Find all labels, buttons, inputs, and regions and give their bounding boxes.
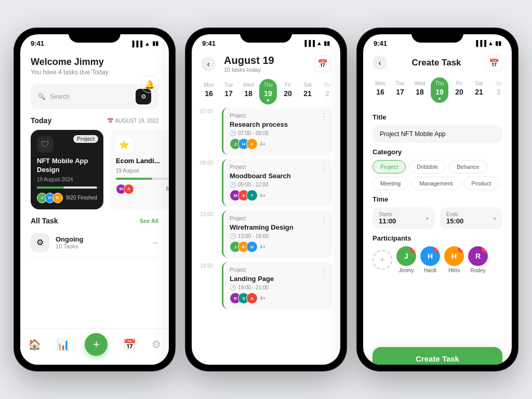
task-card-nft[interactable]: Project 🛡 NFT Mobile App Design 19 Augus… <box>31 130 103 209</box>
see-all-button[interactable]: See All <box>140 218 158 224</box>
day-mon[interactable]: Mon 16 <box>200 79 218 104</box>
day-sat[interactable]: Sat 21 <box>299 79 316 104</box>
title-input[interactable] <box>373 125 502 143</box>
create-task-body: Title Category Project Dribbble Behance … <box>363 106 512 343</box>
time-row-1: 07:00 ⋮ Project Research process 🕐 07:00… <box>200 108 332 155</box>
back-button[interactable]: ‹ <box>201 57 216 71</box>
nav-settings[interactable]: ⚙ <box>152 338 161 351</box>
subtitle-text: You have 4 tasks due Today <box>31 69 158 76</box>
ends-chevron-icon: ▾ <box>494 216 496 221</box>
time-label-3: 13:00 <box>200 210 217 217</box>
search-bar[interactable]: 🔍 Search ⚙ <box>31 84 158 109</box>
add-participant-button[interactable]: + <box>373 250 392 270</box>
time-row-3: 13:00 ⋮ Project Wireframing Design 🕐 13:… <box>200 210 332 258</box>
timeline: 07:00 ⋮ Project Research process 🕐 07:00… <box>192 108 340 334</box>
starts-time-block[interactable]: Starts 11:00 ▾ <box>373 207 435 229</box>
task-cards-scroll: Project 🛡 NFT Mobile App Design 19 Augus… <box>20 128 169 215</box>
participant-hardi[interactable]: H × Hardi <box>420 246 440 273</box>
ct-day-tue[interactable]: Tue 17 <box>391 77 409 103</box>
task-list-ongoing[interactable]: ⚙ Ongoing 10 Tasks → <box>31 228 158 258</box>
event-card-research[interactable]: ⋮ Project Research process 🕐 07:00 - 09:… <box>222 108 332 155</box>
more-button-4[interactable]: ⋮ <box>320 266 328 276</box>
create-task-button[interactable]: Create Task <box>373 347 502 365</box>
ends-label: Ends <box>446 211 463 217</box>
day-thu[interactable]: Thu 19 <box>259 79 277 104</box>
clock-icon-3: 🕐 <box>230 233 236 239</box>
participant-rodey[interactable]: R × Rodey <box>468 246 488 273</box>
participant-name-jimmy: Jimmy <box>399 268 414 273</box>
nav-calendar[interactable]: 📅 <box>123 338 136 351</box>
tag-project[interactable]: Project <box>373 160 406 174</box>
time-row-2: 09:00 ⋮ Project Moodboard Search 🕐 09:00… <box>200 159 332 206</box>
participant-jimmy[interactable]: J × Jimmy <box>396 246 416 273</box>
remove-jimmy-icon[interactable]: × <box>410 246 416 252</box>
ends-val: 15:00 <box>446 217 463 225</box>
tag-dribbble[interactable]: Dribbble <box>409 160 446 174</box>
time-label: Time <box>373 195 502 203</box>
phone-notch-2 <box>240 28 292 43</box>
tag-product[interactable]: Product <box>463 177 499 190</box>
ct-cal-icon[interactable]: 📅 <box>486 55 502 71</box>
participant-hilmi[interactable]: H × Hilmi <box>444 246 464 273</box>
task-date: 19 August 2024 <box>37 177 97 182</box>
ct-day-sat[interactable]: Sat 21 <box>470 77 488 103</box>
more-button-1[interactable]: ⋮ <box>320 112 328 122</box>
nav-home[interactable]: 🏠 <box>28 338 41 351</box>
search-placeholder: Search <box>50 93 70 100</box>
title-label: Title <box>373 113 502 121</box>
more-button-3[interactable]: ⋮ <box>320 215 328 224</box>
task-card-ecom[interactable]: ⭐ Ecom Landi... 19 August M A 6/10 <box>110 130 169 209</box>
time-selectors: Starts 11:00 ▾ Ends 15:00 ▾ <box>373 207 502 229</box>
event-card-wireframe[interactable]: ⋮ Project Wireframing Design 🕐 13:00 - 1… <box>222 210 332 258</box>
starts-label: Starts <box>379 211 396 217</box>
status-time-2: 9:41 <box>202 39 216 47</box>
ct-day-thu[interactable]: Thu 19 <box>431 77 448 103</box>
event-card-landing[interactable]: ⋮ Project Landing Page 🕐 19:00 - 21:00 R… <box>222 262 332 309</box>
day-tue[interactable]: Tue 17 <box>220 79 237 104</box>
bell-button[interactable]: 🔔 <box>141 75 158 93</box>
task-list-icon: ⚙ <box>31 233 49 252</box>
finished-text-2: 6/10 <box>166 186 169 192</box>
cal-icon-button[interactable]: 📅 <box>314 56 331 72</box>
tag-behance[interactable]: Behance <box>449 160 487 174</box>
welcome-text: Welcome Jimmy <box>31 57 158 68</box>
remove-hardi-icon[interactable]: × <box>434 246 440 252</box>
time-label-2: 09:00 <box>200 159 217 166</box>
phone-create-task: 9:41 ▐▐▐ ▲ ▮▮ ‹ Create Task 📅 Mon 16 Tue… <box>357 28 518 371</box>
clock-icon-2: 🕐 <box>230 182 236 188</box>
remove-rodey-icon[interactable]: × <box>482 246 488 252</box>
day-sun[interactable]: Su 2 <box>318 79 336 104</box>
cal-date-title: August 19 <box>224 55 310 66</box>
fab-add-button[interactable]: + <box>85 333 108 356</box>
task-list-count: 10 Tasks <box>56 243 145 249</box>
ct-day-fri[interactable]: Fri 20 <box>450 77 468 103</box>
nav-stats[interactable]: 📊 <box>57 338 70 351</box>
task-icon-2: ⭐ <box>116 136 132 153</box>
ct-title: Create Task <box>387 58 486 68</box>
ends-time-block[interactable]: Ends 15:00 ▾ <box>440 207 502 229</box>
avatars-4: R S A 4+ <box>230 292 265 304</box>
ct-day-wed[interactable]: Wed 18 <box>411 77 429 103</box>
finished-text: 9/20 Finished <box>66 195 97 201</box>
remove-hilmi-icon[interactable]: × <box>458 246 464 252</box>
event-card-moodboard[interactable]: ⋮ Project Moodboard Search 🕐 09:00 - 12:… <box>222 159 332 206</box>
day-fri[interactable]: Fri 20 <box>279 79 297 104</box>
week-strip: Mon 16 Tue 17 Wed 18 Thu 19 Fri <box>192 76 340 108</box>
event-cat-2: Project <box>230 164 326 170</box>
day-wed[interactable]: Wed 18 <box>240 79 257 104</box>
participants-label: Participants <box>373 234 502 242</box>
starts-chevron-icon: ▾ <box>426 216 429 221</box>
ct-day-sun[interactable]: Su 2 <box>490 77 508 103</box>
avatars-2: M A T 4+ <box>230 190 265 201</box>
tag-meeting[interactable]: Meeting <box>373 177 408 190</box>
all-task-label: All Task <box>31 217 58 225</box>
ct-day-mon[interactable]: Mon 16 <box>371 77 389 103</box>
more-button-2[interactable]: ⋮ <box>320 163 328 173</box>
event-cat-1: Project <box>230 113 326 118</box>
status-time-1: 9:41 <box>31 39 44 47</box>
event-time-1: 07:00 - 09:00 <box>238 130 269 136</box>
progress-bar <box>37 187 97 189</box>
ct-back-button[interactable]: ‹ <box>373 56 387 70</box>
tag-management[interactable]: Management <box>411 177 460 190</box>
event-cat-3: Project <box>230 216 326 221</box>
